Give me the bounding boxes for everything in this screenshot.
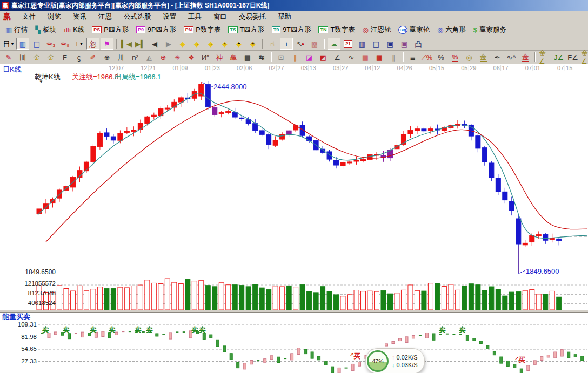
menu-tools[interactable]: 工具 xyxy=(182,11,208,23)
pointer-annotate-button[interactable]: ↖A xyxy=(294,38,307,50)
nav-prev-button[interactable]: ◀ xyxy=(148,38,161,50)
p-square-button[interactable]: PSP四方形 xyxy=(88,24,132,36)
menu-help[interactable]: 帮助 xyxy=(272,11,297,23)
percent-button[interactable]: % xyxy=(435,51,447,63)
menu-browse[interactable]: 浏览 xyxy=(42,11,67,23)
9t-square-button[interactable]: T99T四方形 xyxy=(268,24,315,36)
gold-ruler-1-button[interactable]: 金 xyxy=(30,51,43,63)
grid-arrow-button[interactable]: ▦ xyxy=(373,51,386,63)
flag-marker-button[interactable]: ⚑ xyxy=(101,38,113,50)
9p-square-button[interactable]: P99P四方形 xyxy=(132,24,180,36)
f-angle-button[interactable]: F∠ xyxy=(566,51,579,63)
quotes-button[interactable]: ▦行情 xyxy=(2,24,31,36)
menu-trade-entrust[interactable]: 交易委托 xyxy=(233,11,272,23)
save-timed-button[interactable]: ▣ xyxy=(398,38,411,50)
winner-wheel-button[interactable]: Big赢家轮 xyxy=(395,24,433,36)
indicator-name[interactable]: 能量买卖 xyxy=(2,312,30,322)
ink-brush-button[interactable]: ✒ xyxy=(491,51,504,63)
single-candle-button[interactable]: ⌶▼ xyxy=(72,38,85,50)
win-ruler-button[interactable]: 赢 xyxy=(227,51,240,63)
crosshair-button[interactable]: + xyxy=(280,38,293,50)
wave-3-button[interactable]: ♒₃ xyxy=(44,38,57,50)
sectors-button[interactable]: ▚板块 xyxy=(31,24,60,36)
diamond-hsplit-button[interactable]: ◆↔ xyxy=(204,38,217,50)
period-daily-button[interactable]: 日▼ xyxy=(2,38,15,50)
menu-settings[interactable]: 设置 xyxy=(157,11,182,23)
ray-fan-button[interactable]: ∥ xyxy=(289,51,302,63)
diamond-cross-button[interactable]: ◆× xyxy=(218,38,231,50)
zigzag-tool-button[interactable]: ∿ xyxy=(345,51,358,63)
nav-next-button[interactable]: ▶ xyxy=(162,38,175,50)
fan-box-2-button[interactable]: ◩ xyxy=(317,51,330,63)
diamond-left-button[interactable]: ◆← xyxy=(176,38,189,50)
red-grid-button[interactable]: ▦ xyxy=(359,51,372,63)
menu-formula-stock-pick[interactable]: 公式选股 xyxy=(118,11,157,23)
n-square-button[interactable]: n² xyxy=(129,51,142,63)
calculator-button[interactable]: ▦ xyxy=(356,38,369,50)
period-label[interactable]: 日K线 xyxy=(3,65,22,74)
gold-angle-2-button[interactable]: 金∠ xyxy=(580,51,588,63)
winner-service-button[interactable]: $赢家服务 xyxy=(470,24,510,36)
hash-ruler-button[interactable]: 卅 xyxy=(115,51,128,63)
title-bar[interactable]: 赢 赢家江恩专业版[赢家内部服务平台][赢家内部服务平台] - [上证指数 SH… xyxy=(0,0,588,11)
overlay-dropdown-icon[interactable]: ▼ xyxy=(39,79,43,84)
gold-channel-button[interactable]: 金 xyxy=(519,51,532,63)
square-web-button[interactable]: ❖ xyxy=(185,51,198,63)
percent-line-button[interactable]: % xyxy=(449,51,462,63)
save-button[interactable]: ▣ xyxy=(384,38,397,50)
hand-drag-button[interactable]: ☝ xyxy=(266,38,279,50)
diamond-plus-button[interactable]: ◆+ xyxy=(232,38,245,50)
gold-ruler-2-button[interactable]: 金 xyxy=(44,51,57,63)
scale-123-button[interactable]: ▤ xyxy=(241,51,254,63)
print-button[interactable]: 凸 xyxy=(412,38,425,50)
chart-style-button[interactable]: ▦ xyxy=(16,38,29,50)
brain-memo-button[interactable]: ☁ xyxy=(328,38,340,50)
gann-ruler-button[interactable]: 卌 xyxy=(16,51,29,63)
menu-gann[interactable]: 江恩 xyxy=(92,11,118,23)
diamond-right-button[interactable]: ◆→ xyxy=(190,38,203,50)
gann-wheel-button[interactable]: ◎江恩轮 xyxy=(359,24,395,36)
cycle-ruler-button[interactable]: ⊕ xyxy=(101,51,113,63)
wave-9-button[interactable]: ♒₉ xyxy=(58,38,71,50)
gann-circle-button[interactable]: ⊕ xyxy=(157,51,170,63)
p-number-table-button[interactable]: PNP数字表 xyxy=(180,24,224,36)
j-angle-button[interactable]: J∠ xyxy=(552,51,565,63)
fan-box-button[interactable]: ◪ xyxy=(303,51,316,63)
info-panel-button[interactable]: ▤ xyxy=(30,38,43,50)
qiankun-kline-button[interactable]: 忽 xyxy=(86,38,99,50)
wave-tool-button[interactable]: ∿ᴬ xyxy=(505,51,518,63)
box-measure-button[interactable]: ⊡ xyxy=(275,51,288,63)
parallel-lines-button[interactable]: ∥ xyxy=(387,51,400,63)
gold-line-button[interactable]: 金 xyxy=(477,51,490,63)
t-square-button[interactable]: TST四方形 xyxy=(224,24,268,36)
spider-web-button[interactable]: ✳ xyxy=(171,51,184,63)
draw-brush-button[interactable]: ✐ xyxy=(86,51,99,63)
price-scale-button[interactable]: ≣ xyxy=(406,51,419,63)
nav-last-button[interactable]: ▶▍ xyxy=(134,38,147,50)
calendar-button[interactable]: 21 xyxy=(342,38,355,50)
kline-button[interactable]: ıllıK线 xyxy=(60,24,88,36)
width-arrows-button[interactable]: ↹ xyxy=(255,51,268,63)
diamond-expand-button[interactable]: ◆✳ xyxy=(246,38,259,50)
grid-box-button[interactable]: ▩ xyxy=(308,38,321,50)
fib-ruler-button[interactable]: F xyxy=(58,51,71,63)
t-number-table-button[interactable]: TNT数字表 xyxy=(315,24,358,36)
angle-pen-button[interactable]: ∠ xyxy=(331,51,344,63)
n-wave-mark-button[interactable]: И″ xyxy=(199,51,212,63)
spiral-tool-button[interactable]: ϛ xyxy=(72,51,85,63)
nav-first-button[interactable]: ▍◀ xyxy=(120,38,133,50)
menu-info[interactable]: 资讯 xyxy=(67,11,92,23)
angle-mirror-button[interactable]: ◭ xyxy=(143,51,156,63)
hexagon-button[interactable]: ◎六角形 xyxy=(433,24,470,36)
notes-button[interactable]: ▤ xyxy=(370,38,383,50)
menu-file[interactable]: 文件 xyxy=(16,11,42,23)
gold-circle-button[interactable]: ◎ xyxy=(463,51,476,63)
speed-gauge[interactable]: 47% ↑ 0.02K/S ↓ 0.03K/S xyxy=(365,348,425,373)
menu-window[interactable]: 窗口 xyxy=(208,11,233,23)
angle-percent-button[interactable]: ⟋% xyxy=(420,51,433,63)
shen-ruler-button[interactable]: 神 xyxy=(213,51,226,63)
gold-angle-button[interactable]: 金∠ xyxy=(538,51,551,63)
chart-area[interactable]: 日K线 乾坤K线 ▼ 关注线=1966.0 出局线=1966.1 2444.80… xyxy=(0,64,588,373)
chart-canvas[interactable] xyxy=(0,64,588,373)
draw-pen-button[interactable]: ✎ xyxy=(2,51,15,63)
